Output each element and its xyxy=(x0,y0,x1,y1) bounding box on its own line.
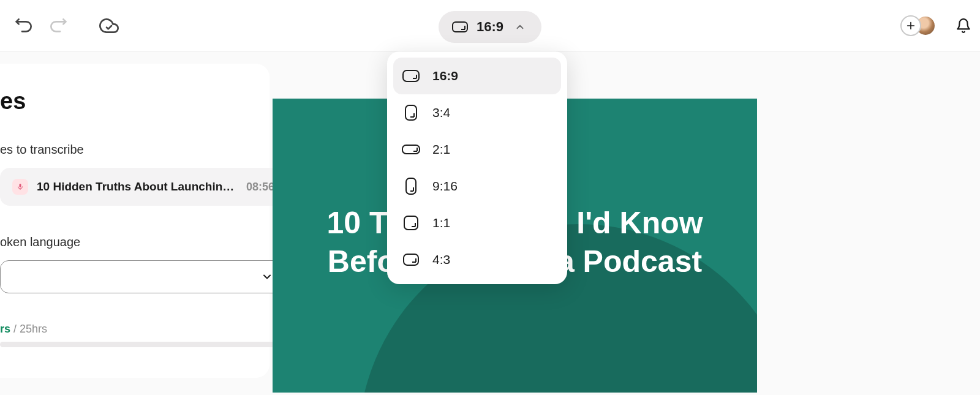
ratio-option-label: 1:1 xyxy=(432,216,450,230)
aspect-ratio-pill[interactable]: 16:9 xyxy=(439,11,541,43)
toolbar-left-group xyxy=(0,16,119,36)
undo-button[interactable] xyxy=(15,16,34,36)
aspect-ratio-icon xyxy=(452,21,468,32)
svg-rect-5 xyxy=(20,184,21,187)
ratio-square-icon xyxy=(402,216,420,230)
language-section-label: oken language xyxy=(0,235,245,249)
ratio-option-16-9[interactable]: 16:9 xyxy=(393,58,561,94)
top-toolbar: 16:9 xyxy=(0,0,980,51)
transcribe-file-chip[interactable]: 10 Hidden Truths About Launching ... 08:… xyxy=(0,168,287,206)
collaborators-group xyxy=(900,15,936,36)
file-duration: 08:56 xyxy=(246,181,274,194)
ratio-wide-icon xyxy=(402,254,420,266)
ratio-option-3-4[interactable]: 3:4 xyxy=(393,94,561,131)
aspect-ratio-menu: 16:9 3:4 2:1 9:16 1:1 xyxy=(387,51,567,284)
ratio-option-9-16[interactable]: 9:16 xyxy=(393,168,561,205)
aspect-ratio-label: 16:9 xyxy=(477,19,503,35)
toolbar-right-group xyxy=(900,0,980,51)
svg-rect-10 xyxy=(405,105,417,120)
chevron-down-icon xyxy=(261,271,273,283)
cloud-sync-button[interactable] xyxy=(99,16,119,36)
ratio-wide-icon xyxy=(402,70,420,82)
redo-button[interactable] xyxy=(48,16,67,36)
quota-total: / 25hrs xyxy=(10,323,47,335)
file-name: 10 Hidden Truths About Launching ... xyxy=(37,180,238,194)
quota-used: rs xyxy=(0,323,10,335)
transcribe-panel: es es to transcribe 10 Hidden Truths Abo… xyxy=(0,64,270,378)
ratio-option-label: 2:1 xyxy=(432,142,450,157)
ratio-option-label: 16:9 xyxy=(432,69,458,83)
ratio-tall-icon xyxy=(402,105,420,121)
ratio-tall-icon xyxy=(402,178,420,195)
workspace-area: es es to transcribe 10 Hidden Truths Abo… xyxy=(0,51,980,395)
ratio-wide-icon xyxy=(402,145,420,154)
svg-rect-16 xyxy=(406,178,416,194)
files-section-label: es to transcribe xyxy=(0,143,245,157)
quota-progress-bar xyxy=(0,342,284,347)
mic-icon xyxy=(12,179,28,195)
notifications-button[interactable] xyxy=(953,15,974,36)
ratio-option-4-3[interactable]: 4:3 xyxy=(393,241,561,278)
ratio-option-label: 4:3 xyxy=(432,252,450,267)
ratio-option-1-1[interactable]: 1:1 xyxy=(393,205,561,241)
chevron-up-icon xyxy=(514,21,526,32)
panel-title: es xyxy=(0,88,245,115)
ratio-option-2-1[interactable]: 2:1 xyxy=(393,131,561,168)
quota-text: rs / 25hrs xyxy=(0,323,245,336)
language-select[interactable] xyxy=(0,260,285,293)
add-collaborator-button[interactable] xyxy=(900,15,921,36)
ratio-option-label: 9:16 xyxy=(432,179,458,194)
ratio-option-label: 3:4 xyxy=(432,105,450,120)
